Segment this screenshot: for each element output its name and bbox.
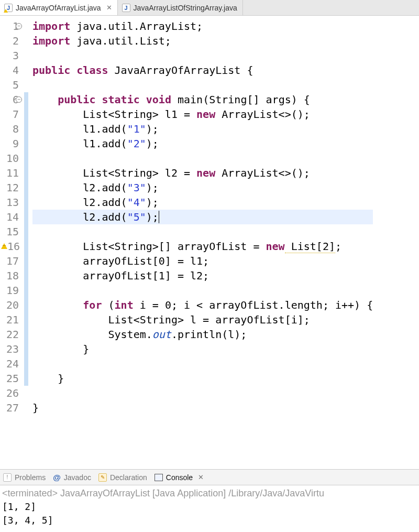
editor-tab-bar: J JavaArrayOfArrayList.java ✕ J JavaArra…	[0, 0, 419, 16]
code-line[interactable]: List<String> l2 = new ArrayList<>();	[32, 166, 373, 180]
change-marker	[24, 400, 28, 415]
code-line[interactable]: l2.add("5");	[32, 210, 373, 224]
warning-icon	[1, 243, 7, 249]
code-line[interactable]: l2.add("3");	[32, 180, 373, 195]
code-line[interactable]	[32, 224, 373, 239]
change-marker	[24, 210, 28, 224]
change-marker	[24, 151, 28, 166]
tab-label: Problems	[15, 473, 46, 482]
line-number: 3	[0, 48, 21, 63]
code-line[interactable]	[32, 386, 373, 400]
tab-javadoc[interactable]: @ Javadoc	[53, 473, 91, 482]
line-number: 4	[0, 63, 21, 78]
code-line[interactable]: List<String> l = arrayOfList[i];	[32, 312, 373, 327]
tab-label: JavaArrayListOfStringArray.java	[134, 4, 237, 12]
code-line[interactable]: public static void main(String[] args) {	[32, 92, 373, 107]
change-marker	[24, 107, 28, 122]
code-editor[interactable]: 1234567891011121314151617181920212223242…	[0, 16, 419, 469]
close-icon[interactable]: ✕	[198, 473, 204, 481]
line-number: 2	[0, 34, 21, 48]
editor-tab-inactive[interactable]: J JavaArrayListOfStringArray.java	[118, 0, 243, 15]
code-line[interactable]: List<String> l1 = new ArrayList<>();	[32, 107, 373, 122]
code-line[interactable]: System.out.println(l);	[32, 327, 373, 342]
line-number: 5	[0, 78, 21, 92]
change-marker	[24, 327, 28, 342]
tab-declaration[interactable]: ✎ Declaration	[98, 473, 147, 482]
code-line[interactable]: List<String>[] arrayOfList = new List[2]…	[32, 239, 373, 254]
code-line[interactable]: arrayOfList[1] = l2;	[32, 268, 373, 283]
change-marker	[24, 239, 28, 254]
java-file-icon: J	[4, 4, 13, 12]
code-line[interactable]: public class JavaArrayOfArrayList {	[32, 63, 373, 78]
change-marker	[24, 312, 28, 327]
code-area[interactable]: import java.util.ArrayList;import java.u…	[28, 16, 373, 469]
line-number: 19	[0, 283, 21, 298]
tab-label: JavaArrayOfArrayList.java	[16, 4, 101, 12]
change-marker	[24, 78, 28, 92]
change-bar	[24, 16, 28, 469]
code-line[interactable]: import java.util.List;	[32, 34, 373, 48]
change-marker	[24, 166, 28, 180]
line-number: 11	[0, 166, 21, 180]
tab-console[interactable]: Console ✕	[155, 473, 204, 482]
change-marker	[24, 63, 28, 78]
code-line[interactable]	[32, 78, 373, 92]
line-number: 8	[0, 122, 21, 136]
code-line[interactable]	[32, 283, 373, 298]
change-marker	[24, 283, 28, 298]
line-number: 16	[0, 239, 21, 254]
line-number: 18	[0, 268, 21, 283]
code-line[interactable]	[32, 48, 373, 63]
change-marker	[24, 356, 28, 371]
line-number: 1	[0, 19, 21, 34]
console-panel: <terminated> JavaArrayOfArrayList [Java …	[0, 485, 419, 532]
change-marker	[24, 298, 28, 312]
change-marker	[24, 92, 28, 107]
code-line[interactable]: import java.util.ArrayList;	[32, 19, 373, 34]
code-line[interactable]: l2.add("4");	[32, 195, 373, 210]
java-file-icon: J	[122, 4, 130, 12]
code-line[interactable]	[32, 151, 373, 166]
line-number: 27	[0, 400, 21, 415]
change-marker	[24, 136, 28, 151]
line-number: 13	[0, 195, 21, 210]
change-marker	[24, 268, 28, 283]
line-number: 7	[0, 107, 21, 122]
code-line[interactable]	[32, 356, 373, 371]
fold-toggle-icon[interactable]	[16, 96, 22, 103]
line-number: 6	[0, 92, 21, 107]
code-line[interactable]: }	[32, 371, 373, 386]
close-icon[interactable]: ✕	[106, 4, 112, 12]
code-line[interactable]: arrayOfList[0] = l1;	[32, 254, 373, 268]
editor-tab-active[interactable]: J JavaArrayOfArrayList.java ✕	[0, 0, 118, 15]
change-marker	[24, 48, 28, 63]
tab-problems[interactable]: ! Problems	[3, 473, 46, 482]
change-marker	[24, 19, 28, 34]
console-status: <terminated> JavaArrayOfArrayList [Java …	[2, 486, 417, 500]
console-output-line: [3, 4, 5]	[2, 514, 417, 527]
fold-toggle-icon[interactable]	[16, 23, 22, 29]
change-marker	[24, 195, 28, 210]
line-number-gutter: 1234567891011121314151617181920212223242…	[0, 16, 24, 469]
change-marker	[24, 254, 28, 268]
line-number: 25	[0, 371, 21, 386]
javadoc-icon: @	[53, 473, 61, 482]
problems-icon: !	[3, 473, 12, 482]
tab-label: Declaration	[110, 473, 147, 482]
line-number: 10	[0, 151, 21, 166]
line-number: 20	[0, 298, 21, 312]
code-line[interactable]: l1.add("1");	[32, 122, 373, 136]
code-line[interactable]: l1.add("2");	[32, 136, 373, 151]
line-number: 12	[0, 180, 21, 195]
change-marker	[24, 386, 28, 400]
change-marker	[24, 371, 28, 386]
view-tab-bar: ! Problems @ Javadoc ✎ Declaration Conso…	[0, 469, 419, 485]
line-number: 21	[0, 312, 21, 327]
declaration-icon: ✎	[98, 473, 107, 482]
code-line[interactable]: for (int i = 0; i < arrayOfList.length; …	[32, 298, 373, 312]
code-line[interactable]: }	[32, 342, 373, 356]
change-marker	[24, 224, 28, 239]
change-marker	[24, 342, 28, 356]
tab-label: Javadoc	[64, 473, 91, 482]
code-line[interactable]: }	[32, 400, 373, 415]
